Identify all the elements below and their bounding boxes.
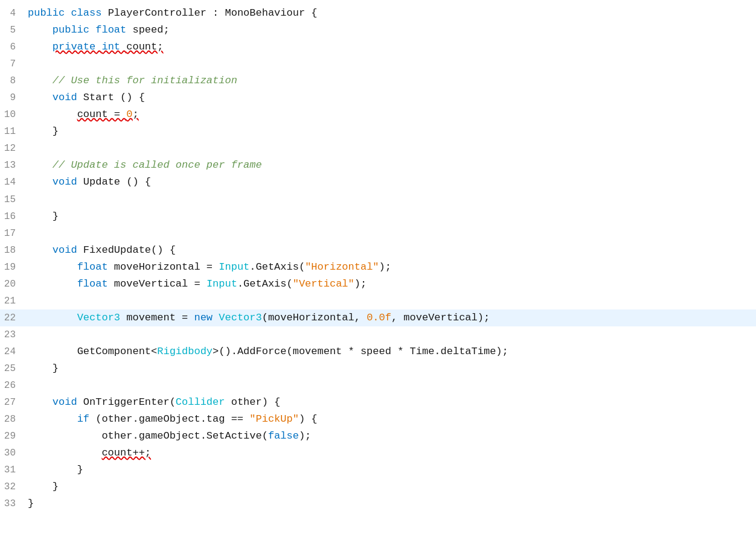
- line-content: void OnTriggerEnter(Collider other) {: [28, 394, 749, 411]
- token: moveVertical =: [114, 278, 207, 290]
- line-number: 5: [0, 22, 28, 38]
- code-line: 17: [0, 225, 756, 242]
- line-content: }: [28, 208, 749, 225]
- code-line: 6 private int count;: [0, 39, 756, 56]
- line-number: 15: [0, 192, 28, 208]
- code-line: 31 }: [0, 462, 756, 478]
- line-content: void Start () {: [28, 89, 749, 106]
- code-line: 33}: [0, 495, 756, 512]
- line-content: }: [28, 123, 749, 140]
- token: );: [354, 278, 367, 290]
- line-number: 14: [0, 174, 28, 190]
- token: }: [28, 125, 59, 137]
- token: }: [28, 211, 59, 222]
- code-editor: 4public class PlayerController : MonoBeh…: [0, 0, 756, 549]
- line-content: [28, 191, 749, 208]
- code-line: 19 float moveHorizontal = Input.GetAxis(…: [0, 259, 756, 276]
- line-content: [28, 140, 749, 157]
- line-content: void FixedUpdate() {: [28, 242, 749, 259]
- code-line: 22 Vector3 movement = new Vector3(moveHo…: [0, 309, 756, 326]
- code-line: 7: [0, 56, 756, 72]
- token: other.gameObject.SetActive(: [101, 430, 267, 442]
- line-number: 9: [0, 90, 28, 106]
- line-number: 31: [0, 462, 28, 478]
- token: [28, 41, 53, 52]
- token: (moveHorizontal,: [262, 312, 367, 323]
- token: Input: [219, 261, 249, 273]
- line-content: float moveVertical = Input.GetAxis("Vert…: [28, 276, 749, 293]
- line-number: 26: [0, 378, 28, 393]
- token: );: [299, 430, 311, 442]
- line-number: 24: [0, 344, 28, 360]
- token: private: [53, 41, 102, 52]
- line-content: Vector3 movement = new Vector3(moveHoriz…: [28, 309, 749, 326]
- line-number: 7: [0, 56, 28, 72]
- token: "Vertical": [293, 278, 354, 290]
- code-line: 12: [0, 140, 756, 157]
- code-line: 13 // Update is called once per frame: [0, 157, 756, 174]
- token: [28, 447, 101, 459]
- line-content: if (other.gameObject.tag == "PickUp") {: [28, 411, 749, 428]
- token: [28, 312, 77, 323]
- token: 0.0f: [367, 312, 391, 323]
- token: );: [379, 261, 391, 273]
- line-number: 19: [0, 259, 28, 275]
- token: void: [53, 92, 83, 103]
- code-line: 10 count = 0;: [0, 106, 756, 123]
- code-line: 20 float moveVertical = Input.GetAxis("V…: [0, 276, 756, 293]
- line-number: 21: [0, 293, 28, 309]
- code-line: 5 public float speed;: [0, 22, 756, 39]
- code-line: 30 count++;: [0, 445, 756, 462]
- token: Vector3: [219, 312, 261, 323]
- code-line: 16 }: [0, 208, 756, 225]
- code-line: 27 void OnTriggerEnter(Collider other) {: [0, 394, 756, 411]
- line-number: 25: [0, 361, 28, 376]
- token: [28, 92, 53, 103]
- token: void: [53, 396, 83, 408]
- token: [28, 346, 77, 357]
- code-line: 9 void Start () {: [0, 89, 756, 106]
- token: OnTriggerEnter(: [83, 396, 176, 408]
- token: [28, 244, 53, 256]
- token: PlayerController : MonoBehaviour {: [108, 7, 318, 19]
- token: int: [101, 41, 126, 52]
- token: void: [53, 244, 83, 256]
- line-number: 8: [0, 73, 28, 89]
- line-number: 16: [0, 209, 28, 224]
- token: GetComponent<: [77, 346, 158, 357]
- token: new: [194, 312, 219, 323]
- code-line: 18 void FixedUpdate() {: [0, 242, 756, 259]
- line-content: [28, 293, 749, 309]
- code-line: 29 other.gameObject.SetActive(false);: [0, 428, 756, 445]
- token: "Horizontal": [305, 261, 379, 273]
- token: }: [28, 481, 59, 492]
- token: count++;: [101, 447, 151, 459]
- line-content: count = 0;: [28, 106, 749, 123]
- token: Collider: [176, 396, 225, 408]
- line-number: 32: [0, 479, 28, 495]
- token: [28, 176, 53, 188]
- token: >().AddForce(movement * speed * Time.del…: [213, 346, 508, 357]
- code-line: 21: [0, 293, 756, 309]
- token: float: [95, 24, 132, 36]
- token: void: [53, 176, 83, 188]
- token: public: [28, 7, 71, 19]
- token: other) {: [225, 396, 280, 408]
- line-content: // Use this for initialization: [28, 72, 749, 89]
- token: speed;: [132, 24, 169, 36]
- line-content: other.gameObject.SetActive(false);: [28, 428, 749, 445]
- line-number: 6: [0, 39, 28, 55]
- line-number: 4: [0, 5, 28, 21]
- token: ;: [132, 109, 138, 120]
- token: Start () {: [83, 92, 145, 103]
- token: Update () {: [83, 176, 151, 188]
- token: // Use this for initialization: [53, 75, 237, 86]
- token: (other.gameObject.tag ==: [95, 413, 249, 425]
- line-number: 17: [0, 226, 28, 241]
- token: [28, 109, 77, 120]
- token: }: [28, 498, 34, 509]
- token: [28, 75, 53, 86]
- line-number: 23: [0, 327, 28, 343]
- token: [28, 24, 53, 36]
- code-line: 8 // Use this for initialization: [0, 72, 756, 89]
